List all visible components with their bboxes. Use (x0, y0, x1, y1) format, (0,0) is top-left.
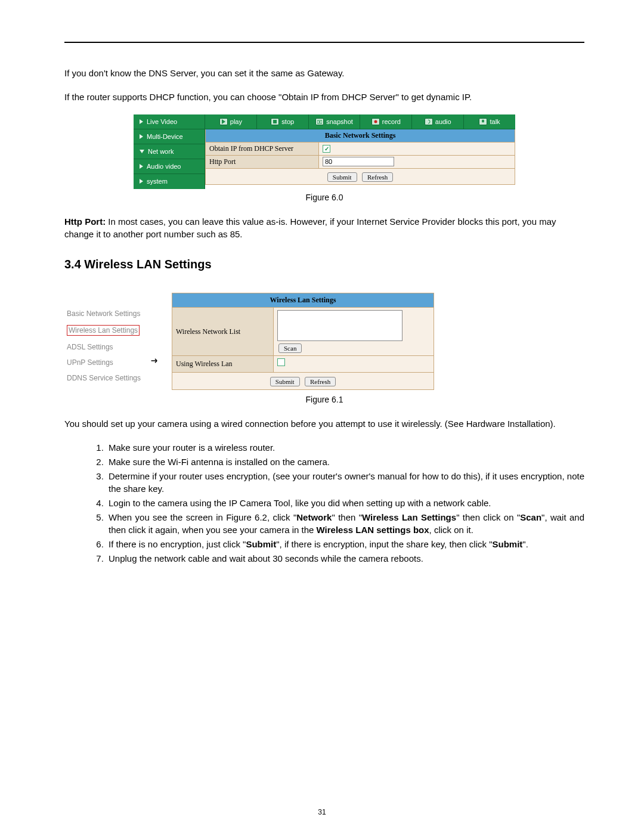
refresh-button-61[interactable]: Refresh (305, 377, 336, 386)
step-item: If there is no encryption, just click "S… (106, 538, 584, 550)
submenu-item-basic-network-settings[interactable]: Basic Network Settings (67, 309, 150, 318)
sidebar-item-audio-video[interactable]: Audio video (134, 159, 205, 174)
play-button[interactable]: play (205, 114, 257, 129)
toolbar-button-label: record (382, 118, 401, 125)
chevron-down-icon (140, 150, 144, 153)
submenu-item-ddns-service-settings[interactable]: DDNS Service Settings (67, 374, 150, 382)
arrow-icon (150, 357, 160, 364)
stop-button[interactable]: stop (257, 114, 309, 129)
svg-point-4 (374, 120, 377, 123)
submit-button[interactable]: Submit (327, 172, 357, 182)
step-item: Login to the camera using the IP Camera … (106, 497, 584, 509)
svg-point-3 (319, 121, 320, 122)
using-wireless-lan-checkbox[interactable]: ✓ (277, 358, 285, 366)
intro-paragraph-1: If you don't know the DNS Server, you ca… (64, 67, 584, 80)
http-port-lead: Http Port: (64, 216, 108, 227)
step-item: Make sure the Wi-Fi antenna is installed… (106, 456, 584, 468)
submenu-item-upnp-settings[interactable]: UPnP Settings (67, 358, 150, 367)
svg-marker-0 (222, 119, 225, 124)
toolbar-button-label: talk (490, 118, 500, 125)
chevron-right-icon (140, 179, 143, 184)
snapshot-icon (315, 118, 324, 125)
audio-icon (425, 118, 433, 125)
toolbar-button-label: play (230, 118, 242, 125)
step-item: When you see the screen in Figure 6.2, c… (106, 511, 584, 536)
submit-button-61[interactable]: Submit (270, 377, 300, 386)
toolbar-button-label: audio (435, 118, 451, 125)
section-3-4-heading: 3.4 Wireless LAN Settings (64, 258, 584, 271)
chevron-right-icon (140, 134, 143, 139)
svg-point-5 (482, 119, 484, 122)
figure-6-1: Basic Network SettingsWireless Lan Setti… (67, 293, 584, 390)
record-icon (371, 118, 380, 125)
network-submenu: Basic Network SettingsWireless Lan Setti… (67, 293, 150, 382)
submenu-item-adsl-settings[interactable]: ADSL Settings (67, 343, 150, 351)
sidebar-item-label: Multi-Device (147, 133, 183, 140)
sidebar-item-live-video[interactable]: Live Video (134, 114, 205, 129)
play-icon (219, 118, 228, 125)
refresh-button[interactable]: Refresh (362, 172, 393, 182)
figure-6-0: Live VideoMulti-DeviceNet workAudio vide… (134, 114, 515, 189)
talk-button[interactable]: talk (464, 114, 515, 129)
figure60-sidebar: Live VideoMulti-DeviceNet workAudio vide… (134, 114, 205, 189)
record-button[interactable]: record (360, 114, 412, 129)
chevron-right-icon (140, 119, 143, 124)
using-wireless-lan-label: Using Wireless Lan (172, 356, 274, 372)
audio-button[interactable]: audio (412, 114, 464, 129)
figure-6-1-caption: Figure 6.1 (64, 395, 584, 404)
http-port-input[interactable] (323, 157, 394, 166)
wireless-lan-settings-panel: Wireless Lan Settings Wireless Network L… (172, 293, 434, 390)
snapshot-button[interactable]: snapshot (309, 114, 361, 129)
dhcp-checkbox[interactable]: ✓ (323, 145, 330, 153)
setup-steps-list: Make sure your router is a wireless rout… (106, 441, 584, 565)
talk-icon (479, 118, 487, 125)
wireless-network-listbox[interactable] (277, 310, 402, 341)
page-number: 31 (0, 808, 644, 816)
http-port-row-label: Http Port (206, 156, 319, 168)
sidebar-item-net-work[interactable]: Net work (134, 144, 205, 159)
panel61-header: Wireless Lan Settings (172, 293, 434, 308)
sidebar-item-label: system (147, 178, 168, 185)
horizontal-rule (64, 42, 584, 43)
figure-6-0-caption: Figure 6.0 (64, 193, 584, 202)
toolbar-button-label: snapshot (326, 118, 353, 125)
panel-header: Basic Network Settings (206, 129, 515, 143)
stop-icon (271, 118, 279, 125)
scan-button[interactable]: Scan (278, 343, 302, 353)
sidebar-item-label: Live Video (147, 118, 177, 125)
sidebar-item-label: Audio video (147, 163, 181, 170)
step-item: Unplug the network cable and wait about … (106, 552, 584, 565)
sidebar-item-label: Net work (148, 148, 174, 155)
sidebar-item-multi-device[interactable]: Multi-Device (134, 129, 205, 144)
intro-paragraph-2: If the router supports DHCP function, yo… (64, 91, 584, 104)
step-item: Make sure your router is a wireless rout… (106, 441, 584, 454)
dhcp-row-label: Obtain IP from DHCP Server (206, 143, 319, 155)
wired-connection-paragraph: You should set up your camera using a wi… (64, 417, 584, 431)
basic-network-settings-panel: Basic Network Settings Obtain IP from DH… (205, 129, 515, 185)
submenu-item-wireless-lan-settings[interactable]: Wireless Lan Settings (67, 325, 140, 336)
chevron-right-icon (140, 164, 143, 169)
sidebar-item-system[interactable]: system (134, 174, 205, 189)
toolbar-button-label: stop (281, 118, 294, 125)
wireless-network-list-label: Wireless Network List (172, 308, 274, 355)
step-item: Determine if your router uses encryption… (106, 470, 584, 495)
http-port-paragraph: Http Port: In most cases, you can leave … (64, 215, 584, 241)
figure60-toolbar: playstopsnapshotrecordaudiotalk (205, 114, 515, 129)
svg-rect-1 (273, 120, 277, 123)
http-port-rest: In most cases, you can leave this value … (64, 216, 556, 240)
